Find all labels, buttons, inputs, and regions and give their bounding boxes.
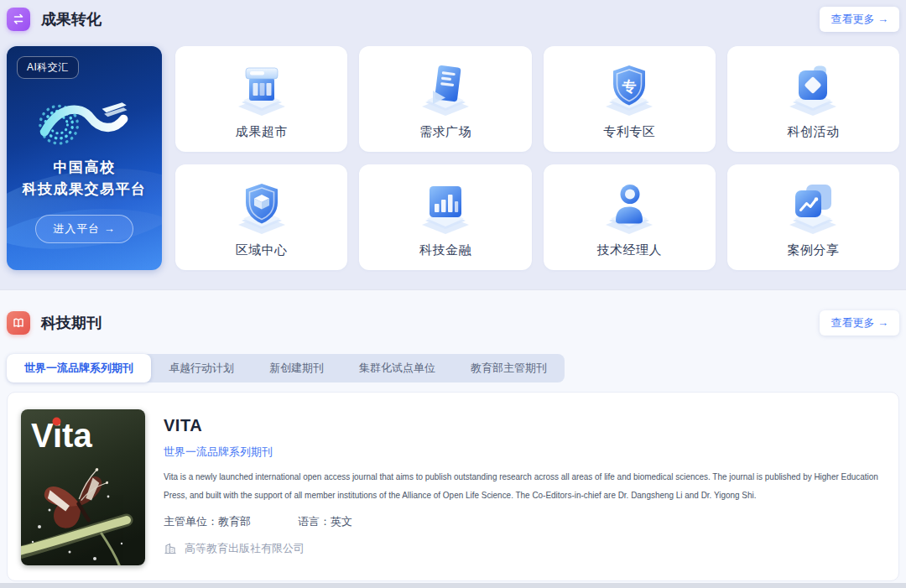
- journal-tab[interactable]: 教育部主管期刊: [453, 354, 565, 382]
- journal-tab[interactable]: 卓越行动计划: [151, 354, 252, 382]
- open-book-icon: [7, 311, 30, 335]
- feature-label: 专利专区: [603, 124, 655, 140]
- publisher-name: 高等教育出版社有限公司: [185, 541, 305, 556]
- section-title-transform: 成果转化: [41, 9, 820, 29]
- journal-section-header: 科技期刊 查看更多 →: [7, 309, 899, 337]
- journal-language: 语言：英文: [298, 514, 352, 529]
- journal-meta: 主管单位：教育部 语言：英文: [164, 514, 885, 529]
- journal-info: VITA 世界一流品牌系列期刊 Vita is a newly launched…: [164, 409, 885, 564]
- page: 成果转化 查看更多 → AI科交汇: [0, 0, 906, 588]
- section-title-journals: 科技期刊: [41, 313, 820, 333]
- cover-logo-text: Vita: [31, 417, 92, 454]
- feature-label: 区域中心: [236, 242, 288, 258]
- journal-card[interactable]: Vita VITA 世界一流品牌系列期刊 Vita is a newly lau…: [7, 392, 899, 581]
- journal-name: VITA: [164, 416, 885, 435]
- journal-series-link[interactable]: 世界一流品牌系列期刊: [164, 445, 273, 460]
- transform-section-header: 成果转化 查看更多 →: [7, 5, 899, 34]
- promo-title-line2: 科技成果交易平台: [23, 179, 147, 200]
- feature-label: 成果超市: [236, 124, 288, 140]
- feature-label: 案例分享: [787, 242, 839, 258]
- platform-logo-icon: [27, 93, 143, 154]
- enter-platform-button[interactable]: 进入平台 →: [35, 215, 133, 243]
- patent-shield-icon: [595, 59, 664, 119]
- section-achievement-transformation: 成果转化 查看更多 → AI科交汇: [0, 0, 906, 289]
- person-icon: [595, 177, 664, 237]
- view-more-journals-button[interactable]: 查看更多 →: [820, 310, 899, 336]
- swap-arrows-icon: [7, 8, 30, 31]
- feature-card[interactable]: 区域中心: [175, 164, 347, 270]
- building-icon: [164, 542, 177, 555]
- feature-card[interactable]: 技术经理人: [544, 164, 716, 270]
- share-chart-icon: [778, 177, 847, 237]
- view-more-transform-button[interactable]: 查看更多 →: [820, 7, 899, 32]
- journal-tab[interactable]: 集群化试点单位: [341, 354, 453, 382]
- journal-description: Vita is a newly launched international o…: [164, 467, 889, 505]
- journal-publisher: 高等教育出版社有限公司: [164, 541, 885, 556]
- feature-card[interactable]: 科创活动: [727, 46, 899, 152]
- cover-logo-red-dot: [53, 418, 61, 426]
- cube-box-icon: [778, 59, 847, 119]
- feature-card[interactable]: 成果超市: [175, 46, 347, 152]
- storefront-icon: [227, 59, 296, 119]
- journal-tabs: 世界一流品牌系列期刊卓越行动计划新创建期刊集群化试点单位教育部主管期刊: [7, 354, 565, 382]
- journal-tab[interactable]: 世界一流品牌系列期刊: [7, 354, 151, 382]
- transform-section-body: AI科交汇 中国高校 科技成果交易平台: [7, 46, 899, 270]
- feature-card[interactable]: 专利专区: [544, 46, 716, 152]
- section-sci-tech-journals: 科技期刊 查看更多 → 世界一流品牌系列期刊卓越行动计划新创建期刊集群化试点单位…: [0, 289, 906, 583]
- journal-supervisor: 主管单位：教育部: [164, 514, 251, 529]
- promo-title-line1: 中国高校: [23, 157, 147, 179]
- feature-grid: 成果超市需求广场专利专区科创活动区域中心科技金融技术经理人案例分享: [175, 46, 899, 270]
- feature-label: 科技金融: [419, 242, 471, 258]
- shield-cube-icon: [227, 177, 296, 237]
- bottom-strip: [0, 583, 906, 588]
- feature-card[interactable]: 科技金融: [359, 164, 531, 270]
- feature-label: 科创活动: [787, 124, 839, 140]
- feature-label: 需求广场: [419, 124, 471, 140]
- promo-card-platform[interactable]: AI科交汇 中国高校 科技成果交易平台: [7, 46, 162, 270]
- feature-label: 技术经理人: [596, 242, 662, 258]
- journal-cover-image[interactable]: Vita: [21, 409, 145, 565]
- journal-tab[interactable]: 新创建期刊: [252, 354, 341, 382]
- feature-card[interactable]: 案例分享: [727, 164, 899, 270]
- ai-badge: AI科交汇: [17, 56, 79, 79]
- document-icon: [411, 59, 480, 119]
- feature-card[interactable]: 需求广场: [359, 46, 531, 152]
- promo-title: 中国高校 科技成果交易平台: [23, 157, 147, 201]
- bar-chart-icon: [411, 177, 480, 237]
